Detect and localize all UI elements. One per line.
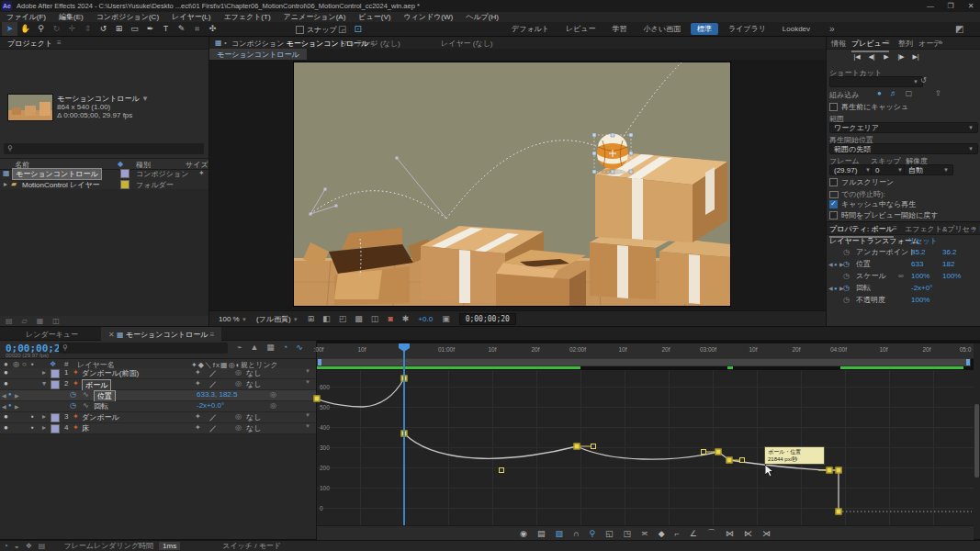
keyframe[interactable] xyxy=(574,444,580,450)
prev-frame-button[interactable]: ◀| xyxy=(867,53,876,61)
collapse-switch-icon[interactable]: ✦ xyxy=(195,368,201,377)
maximize-button[interactable]: ❐ xyxy=(941,0,960,12)
exposure-value[interactable]: +0.0 xyxy=(418,315,433,323)
composition-flowchart-icon[interactable]: ⌁ xyxy=(237,343,242,352)
label-chip[interactable] xyxy=(51,369,60,378)
transform-box-icon[interactable]: ▧ xyxy=(555,529,563,538)
scale-x-value[interactable]: 100% xyxy=(911,272,929,280)
pen-tool[interactable]: ✒ xyxy=(142,22,158,36)
tab-project[interactable]: プロジェクト xyxy=(7,39,52,49)
brush-tool[interactable]: ✎ xyxy=(174,22,189,36)
twirl-icon[interactable]: ▸ xyxy=(42,423,46,432)
collapse-switch-icon[interactable]: ✦ xyxy=(195,379,201,388)
prev-keyframe-icon[interactable]: ◀ xyxy=(2,392,6,399)
menu-item[interactable]: アニメーション(A) xyxy=(277,12,353,22)
stopwatch-icon[interactable]: ◷ xyxy=(843,284,850,292)
workspace-overflow-icon[interactable]: » xyxy=(829,22,835,36)
fullscreen-checkbox-row[interactable]: フルスクリーン xyxy=(829,177,894,187)
work-area-end-handle[interactable] xyxy=(966,359,970,365)
snapshot-icon[interactable]: ▣ xyxy=(442,314,450,323)
work-area-bar[interactable] xyxy=(317,358,971,366)
label-chip[interactable] xyxy=(51,424,60,433)
clone-stamp-tool[interactable]: ⌗ xyxy=(189,22,205,36)
next-frame-button[interactable]: |▶ xyxy=(896,53,906,61)
property-row-position[interactable]: ◀ ● ▶ ◷ ∿ 位置 633.3, 182.5 ◎ xyxy=(0,390,316,401)
frame-blend-icon[interactable]: ▦ xyxy=(266,343,275,352)
reset-time-checkbox-row[interactable]: 時間をプレビュー開始に戻す xyxy=(829,210,938,220)
workspace-tab[interactable]: 小さい画面 xyxy=(637,23,687,35)
tab-info[interactable]: 情報 xyxy=(831,39,846,49)
keyframe[interactable] xyxy=(727,457,733,464)
performance-icon[interactable]: ❖ xyxy=(26,542,32,550)
keyframe-handle[interactable] xyxy=(739,457,745,463)
stopwatch-icon[interactable]: ◷ xyxy=(843,296,850,304)
draft-3d-icon[interactable]: ▲ xyxy=(250,343,258,352)
time-ruler[interactable] xyxy=(317,343,974,359)
skip-dropdown[interactable]: 0▼ xyxy=(871,164,907,175)
project-item-folder[interactable]: ▸ ▰ MotionControl レイヤー フォルダー xyxy=(0,179,208,189)
zoom-level-dropdown[interactable]: 100 % ▼ xyxy=(219,315,247,323)
tab-layer[interactable]: レイヤー (なし) xyxy=(441,39,493,49)
align-icon[interactable]: ◲ xyxy=(338,22,346,36)
close-tab-icon[interactable]: ✕ xyxy=(108,331,115,339)
graph-type-icon[interactable]: ▤ xyxy=(537,529,546,538)
tab-render-queue[interactable]: レンダーキュー xyxy=(26,330,78,340)
tab-audio[interactable]: オーデ xyxy=(918,39,941,49)
zoom-tool[interactable]: ⚲ xyxy=(33,22,49,36)
prev-keyframe-icon[interactable]: ◀ xyxy=(2,403,6,410)
pickwhip-icon[interactable]: ◎ xyxy=(235,368,242,377)
parent-dropdown[interactable]: なし xyxy=(246,412,261,422)
property-row-rotation[interactable]: ◀ ● ▶ ◷ ∿ 回転 -2x+0.0° ◎ xyxy=(0,401,316,412)
label-chip[interactable] xyxy=(51,380,60,389)
video-icon[interactable]: ● xyxy=(877,89,882,97)
workspace-tab[interactable]: Lookdev xyxy=(776,24,817,34)
lock-icon[interactable]: • xyxy=(224,39,227,47)
puppet-tool[interactable]: ✣ xyxy=(205,22,220,36)
render-status-icon[interactable]: ◔ xyxy=(4,542,8,550)
switches-modes-toggle[interactable]: スイッチ / モード xyxy=(222,541,281,551)
rotation-value[interactable]: -2x+0.0° xyxy=(197,401,224,410)
keyframe-dot-icon[interactable]: ● xyxy=(8,391,12,397)
snap-control[interactable]: スナップ xyxy=(296,25,337,35)
stopwatch-icon[interactable]: ◷ xyxy=(70,401,76,410)
play-button[interactable]: ▶ xyxy=(882,53,891,61)
composition-canvas[interactable] xyxy=(294,62,730,306)
playhead-line[interactable] xyxy=(403,343,405,525)
easy-ease-in-icon[interactable]: ⋉ xyxy=(744,529,752,538)
stopwatch-icon[interactable]: ◷ xyxy=(70,390,76,399)
close-button[interactable]: ✕ xyxy=(962,0,980,12)
cache-play-checkbox[interactable] xyxy=(829,200,838,208)
position-x-value[interactable]: 633 xyxy=(911,260,923,268)
project-item-composition[interactable]: ▦ モーションコントロール コンポジション ✦ xyxy=(0,168,208,178)
expand-arrow-icon[interactable]: ▸ xyxy=(4,180,7,188)
project-settings-icon[interactable]: ◫ xyxy=(52,317,60,326)
easy-ease-icon[interactable]: ⋈ xyxy=(726,529,734,538)
type-tool[interactable]: T xyxy=(158,22,174,36)
new-folder-icon[interactable]: ▱ xyxy=(22,317,28,326)
scale-y-value[interactable]: 100% xyxy=(942,272,961,280)
lock-icon[interactable]: ▪ xyxy=(31,412,34,421)
parent-dropdown[interactable]: なし xyxy=(246,379,261,389)
pickwhip-icon[interactable]: ◎ xyxy=(235,423,242,432)
quality-switch-icon[interactable]: ／ xyxy=(209,412,217,422)
layer-name[interactable]: ダンボール xyxy=(82,412,119,422)
reset-icon[interactable]: ↺ xyxy=(920,76,927,84)
quality-switch-icon[interactable]: ／ xyxy=(209,368,217,378)
easy-ease-out-icon[interactable]: ⋊ xyxy=(762,529,771,538)
grid-guides-icon[interactable]: ⊞ xyxy=(308,314,315,323)
label-chip[interactable] xyxy=(51,413,60,422)
mask-visibility-icon[interactable]: ◧ xyxy=(322,314,331,323)
shape-tool[interactable]: ▭ xyxy=(127,22,142,36)
selection-tool[interactable]: ➤ xyxy=(2,22,17,36)
right-overflow-icon[interactable]: » xyxy=(939,39,942,47)
composition-thumbnail[interactable] xyxy=(7,94,53,121)
orbit-camera-tool[interactable]: ↻ xyxy=(49,22,64,36)
include-graph-icon[interactable]: ◎ xyxy=(270,390,276,399)
quality-dropdown[interactable]: (フル画質) ▼ xyxy=(256,314,299,324)
tab-effects-presets[interactable]: エフェクト&プリセット xyxy=(905,224,980,234)
layer-name[interactable]: 床 xyxy=(82,423,89,433)
edit-value-icon[interactable]: ◆ xyxy=(659,529,665,538)
pan-camera-tool[interactable]: ✛ xyxy=(64,22,80,36)
tab-menu-icon[interactable]: ≡ xyxy=(210,331,215,339)
label-chip[interactable] xyxy=(120,169,130,178)
